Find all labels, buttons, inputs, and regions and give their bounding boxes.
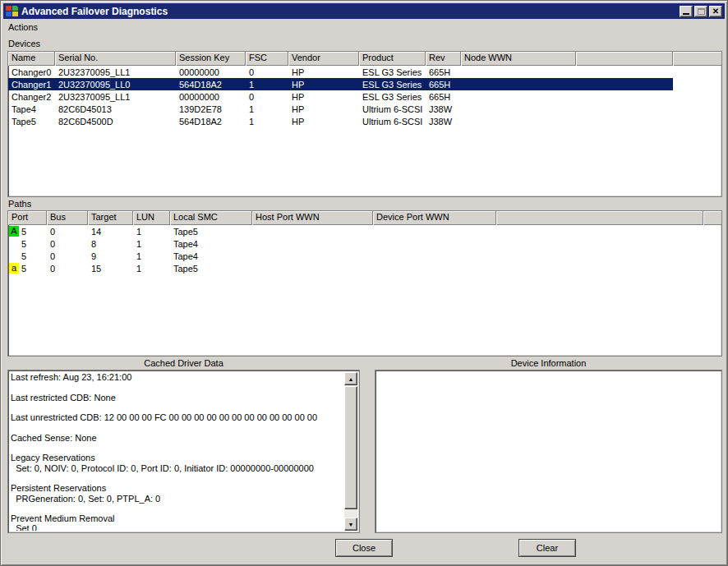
- minimize-icon: [683, 13, 689, 15]
- cell-rev: 665H: [426, 67, 461, 77]
- path-status-badge: a: [9, 263, 19, 274]
- cell-fsc: 1: [246, 80, 288, 90]
- cell-target: 8: [88, 239, 133, 249]
- device-information-text[interactable]: [378, 372, 719, 531]
- menu-actions[interactable]: Actions: [3, 21, 43, 33]
- scrollbar-thumb[interactable]: [344, 386, 357, 509]
- cell-name: Tape4: [8, 104, 55, 114]
- cell-rev: 665H: [426, 80, 461, 90]
- cell-target: 15: [88, 264, 133, 274]
- col-header-fsc[interactable]: FSC: [246, 52, 288, 66]
- cell-port: A5: [8, 226, 47, 237]
- cell-fsc: 0: [246, 92, 288, 102]
- window-title: Advanced Failover Diagnostics: [21, 6, 168, 17]
- cell-serial: 2U32370095_LL1: [55, 92, 176, 102]
- maximize-button[interactable]: [694, 6, 707, 17]
- col-header-port[interactable]: Port: [8, 211, 47, 225]
- titlebar[interactable]: Advanced Failover Diagnostics ✕: [3, 3, 725, 19]
- cell-vendor: HP: [288, 117, 359, 127]
- col-header-target[interactable]: Target: [88, 211, 133, 225]
- col-header-host-port-wwn[interactable]: Host Port WWN: [252, 211, 373, 225]
- col-header-bus[interactable]: Bus: [47, 211, 88, 225]
- path-status-badge: A: [9, 226, 19, 237]
- paths-header: Port Bus Target LUN Local SMC Host Port …: [8, 211, 721, 225]
- device-row[interactable]: Changer02U32370095_LL1000000000HPESL G3 …: [8, 66, 673, 78]
- cell-vendor: HP: [288, 104, 359, 114]
- paths-label: Paths: [8, 199, 31, 209]
- cell-lun: 1: [133, 251, 170, 261]
- device-row-selected[interactable]: Changer12U32370095_LL0564D18A21HPESL G3 …: [8, 78, 673, 90]
- cell-target: 9: [88, 251, 133, 261]
- close-button[interactable]: Close: [335, 539, 393, 557]
- cell-port: 5: [8, 238, 47, 249]
- devices-list[interactable]: Name Serial No. Session Key FSC Vendor P…: [7, 51, 722, 197]
- path-row[interactable]: a50151Tape5: [8, 262, 496, 274]
- cached-driver-data-text[interactable]: Last refresh: Aug 23, 16:21:00 Last rest…: [11, 372, 343, 531]
- cell-bus: 0: [47, 264, 88, 274]
- path-row[interactable]: 5091Tape4: [8, 250, 496, 262]
- device-information-label: Device Information: [375, 358, 722, 368]
- minimize-button[interactable]: [680, 6, 693, 17]
- cell-port: 5: [8, 251, 47, 261]
- cell-lun: 1: [133, 239, 170, 249]
- col-header-blank[interactable]: [576, 52, 673, 66]
- cell-serial: 82C6D4500D: [55, 117, 176, 127]
- app-icon: [6, 6, 17, 16]
- cell-local-smc: Tape5: [170, 227, 252, 237]
- cell-serial: 82C6D45013: [55, 104, 176, 114]
- cell-bus: 0: [47, 251, 88, 261]
- cell-product: ESL G3 Series: [359, 67, 426, 77]
- col-header-vendor[interactable]: Vendor: [288, 52, 359, 66]
- col-header-lun[interactable]: LUN: [133, 211, 170, 225]
- col-header-session-key[interactable]: Session Key: [176, 52, 246, 66]
- cell-serial: 2U32370095_LL0: [55, 80, 176, 90]
- cell-vendor: HP: [288, 92, 359, 102]
- col-header-blank[interactable]: [496, 211, 703, 225]
- device-information-box[interactable]: [375, 370, 722, 533]
- cell-fsc: 1: [246, 104, 288, 114]
- cell-bus: 0: [47, 227, 88, 237]
- path-row[interactable]: A50141Tape5: [8, 225, 496, 237]
- cell-rev: J38W: [426, 117, 461, 127]
- paths-list[interactable]: Port Bus Target LUN Local SMC Host Port …: [7, 210, 722, 357]
- arrow-down-icon: ▼: [348, 522, 354, 527]
- close-icon: ✕: [712, 7, 719, 16]
- cell-name: Changer1: [8, 80, 55, 90]
- col-header-device-port-wwn[interactable]: Device Port WWN: [373, 211, 496, 225]
- maximize-icon: [698, 8, 705, 15]
- scroll-up-button[interactable]: ▲: [344, 372, 357, 385]
- arrow-up-icon: ▲: [348, 376, 354, 382]
- col-header-name[interactable]: Name: [8, 52, 55, 66]
- cached-driver-data-box[interactable]: Last refresh: Aug 23, 16:21:00 Last rest…: [7, 370, 360, 533]
- cell-session-key: 564D18A2: [176, 117, 246, 127]
- path-row[interactable]: 5081Tape4: [8, 237, 496, 250]
- scroll-down-button[interactable]: ▼: [344, 518, 357, 531]
- device-row[interactable]: Tape582C6D4500D564D18A21HPUltrium 6-SCSI…: [8, 115, 673, 127]
- close-window-button[interactable]: ✕: [709, 6, 722, 17]
- cell-lun: 1: [133, 264, 170, 274]
- cell-target: 14: [88, 227, 133, 237]
- col-header-local-smc[interactable]: Local SMC: [170, 211, 252, 225]
- device-row[interactable]: Changer22U32370095_LL1000000000HPESL G3 …: [8, 90, 673, 103]
- cell-vendor: HP: [288, 80, 359, 90]
- col-header-rev[interactable]: Rev: [426, 52, 461, 66]
- cell-lun: 1: [133, 227, 170, 237]
- cell-bus: 0: [47, 239, 88, 249]
- cached-driver-data-label: Cached Driver Data: [7, 358, 360, 368]
- cell-serial: 2U32370095_LL1: [55, 67, 176, 77]
- col-header-node-wwn[interactable]: Node WWN: [461, 52, 576, 66]
- cell-local-smc: Tape4: [170, 239, 252, 249]
- cell-name: Tape5: [8, 117, 55, 127]
- cell-product: Ultrium 6-SCSI: [359, 104, 426, 114]
- cell-port: a5: [8, 263, 47, 274]
- cell-local-smc: Tape5: [170, 264, 252, 274]
- col-header-serial[interactable]: Serial No.: [55, 52, 176, 66]
- col-header-product[interactable]: Product: [359, 52, 426, 66]
- cell-local-smc: Tape4: [170, 251, 252, 261]
- cell-vendor: HP: [288, 67, 359, 77]
- device-row[interactable]: Tape482C6D45013139D2E781HPUltrium 6-SCSI…: [8, 103, 673, 115]
- vertical-scrollbar[interactable]: ▲ ▼: [344, 372, 357, 531]
- cell-session-key: 00000000: [176, 92, 246, 102]
- clear-button[interactable]: Clear: [518, 539, 576, 557]
- cell-product: ESL G3 Series: [359, 92, 426, 102]
